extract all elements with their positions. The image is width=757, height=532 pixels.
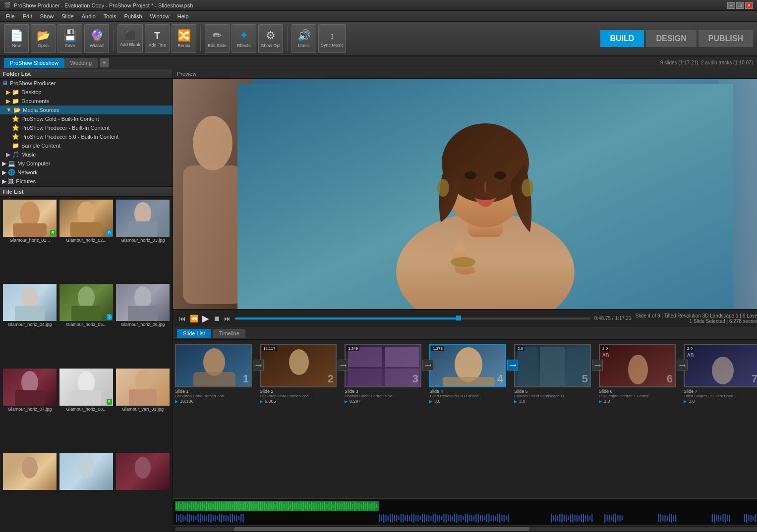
- svg-rect-111: [290, 504, 291, 508]
- folder-item-media-sources[interactable]: ▼ 📂 Media Sources: [0, 106, 173, 114]
- slide-item[interactable]: 1.278 4 ⟶ Slide 4 Tilted Revolution 3D L…: [429, 344, 511, 404]
- slide-item[interactable]: AB 2.0 6 ⟶ Slide 6 Full Length Portrait …: [599, 344, 681, 404]
- tab-timeline[interactable]: Timeline: [213, 329, 245, 338]
- progress-thumb[interactable]: [456, 316, 461, 320]
- slide-item[interactable]: 1.249 3 ⟶ Slide 3 Contact Sheet Portrait…: [345, 344, 426, 404]
- play-icon-small[interactable]: ▶: [260, 399, 263, 404]
- titlebar-controls[interactable]: − □ ✕: [727, 2, 753, 9]
- scrollbar-thumb[interactable]: [234, 527, 529, 531]
- publish-button[interactable]: PUBLISH: [699, 30, 753, 47]
- folder-item-desktop[interactable]: ▶ 📁 Desktop: [0, 88, 173, 97]
- slide-item[interactable]: 12.117 2 ⟶ Slide 2 Backdrop Dark Framed …: [260, 344, 342, 404]
- edit-slide-button[interactable]: ✏ Edit Slide: [205, 24, 230, 53]
- build-button[interactable]: BUILD: [600, 30, 644, 47]
- play-icon-small[interactable]: ▶: [345, 399, 348, 404]
- list-item[interactable]: Glamour_horiz_04.jpg: [2, 283, 58, 366]
- stop-button[interactable]: ⏹: [213, 315, 220, 322]
- folder-item-documents[interactable]: ▶ 📁 Documents: [0, 97, 173, 106]
- list-item[interactable]: [58, 452, 114, 530]
- skip-to-end-button[interactable]: ⏭: [224, 315, 231, 322]
- time-badge: 1.249: [347, 346, 359, 351]
- list-item[interactable]: 5 Glamour_horiz_08...: [58, 368, 114, 451]
- svg-rect-233: [484, 516, 485, 520]
- add-title-button[interactable]: T Add Title: [145, 24, 170, 53]
- file-name: Glamour_vert_01.jpg: [122, 407, 164, 412]
- slide-item[interactable]: 2.0 5 ⟶ Slide 5 Contact Sheet Landscape …: [514, 344, 596, 404]
- tab-slide-list[interactable]: Slide List: [177, 329, 211, 338]
- menu-help[interactable]: Help: [174, 12, 193, 20]
- slide-item[interactable]: AB 2.0 7 Slide 7 Tilted Singles 3D Dark …: [684, 344, 757, 404]
- music-button[interactable]: 🔊 Music: [291, 24, 316, 53]
- step-back-button[interactable]: ⏪: [190, 315, 198, 322]
- menu-publish[interactable]: Publish: [120, 12, 146, 20]
- folder-item-network[interactable]: ▶ 🌐 Network: [0, 168, 173, 177]
- slide-item[interactable]: 1 ⟶ Slide 1 Backdrop Dark Framed Zoo... …: [175, 344, 257, 404]
- list-item[interactable]: Glamour_horiz_07.jpg: [2, 368, 58, 451]
- pictures-icon: ▶ 🖼: [2, 178, 14, 185]
- svg-rect-169: [213, 515, 214, 521]
- list-item[interactable]: [2, 452, 58, 530]
- maximize-button[interactable]: □: [736, 2, 744, 9]
- time-badge: 2.0: [686, 346, 694, 351]
- list-item[interactable]: Glamour_vert_01.jpg: [115, 368, 171, 451]
- wizard-label: Wizard: [90, 43, 104, 48]
- svg-rect-90: [245, 502, 246, 510]
- svg-rect-163: [200, 514, 201, 523]
- open-button[interactable]: 📂 Open: [31, 24, 56, 53]
- folder-item-proshow-gold[interactable]: ⭐ ProShow Gold - Built-In Content: [0, 114, 173, 123]
- svg-rect-250: [562, 514, 563, 523]
- folder-item-music[interactable]: ▶ 🎵 Music: [0, 150, 173, 159]
- effects-button[interactable]: ✦ Effects: [232, 24, 256, 53]
- tab-wedding[interactable]: Wedding: [64, 58, 98, 68]
- add-blank-button[interactable]: ⬛ Add Blank: [117, 24, 143, 53]
- folder-item-proshow-50[interactable]: ⭐ ProShow Producer 5.0 - Built-In Conten…: [0, 132, 173, 141]
- svg-rect-203: [420, 516, 421, 520]
- list-item[interactable]: [115, 452, 171, 530]
- folder-item-proshow-producer[interactable]: 🖥 ProShow Producer: [0, 79, 173, 88]
- play-icon-small[interactable]: ▶: [599, 399, 602, 404]
- play-icon-small[interactable]: ▶: [514, 399, 517, 404]
- skip-to-start-button[interactable]: ⏮: [179, 315, 186, 322]
- play-icon-small[interactable]: ▶: [429, 399, 432, 404]
- svg-rect-89: [242, 503, 243, 510]
- folder-item-my-computer[interactable]: ▶ 💻 My Computer: [0, 159, 173, 168]
- list-item[interactable]: 3 Glamour_horiz_05...: [58, 283, 114, 366]
- tab-proshow-slideshow[interactable]: ProShow Slideshow: [4, 58, 64, 68]
- folder-list-header: Folder List: [0, 69, 173, 79]
- svg-rect-182: [240, 514, 241, 522]
- folder-item-pictures[interactable]: ▶ 🖼 Pictures: [0, 177, 173, 186]
- save-button[interactable]: 💾 Save: [58, 24, 82, 53]
- close-button[interactable]: ✕: [745, 2, 753, 9]
- menu-edit[interactable]: Edit: [19, 12, 36, 20]
- new-button[interactable]: 📄 New: [4, 24, 29, 53]
- slide-thumbnail: 1.278 4: [429, 344, 506, 387]
- list-item[interactable]: Glamour_horiz_03.jpg: [115, 199, 171, 282]
- minimize-button[interactable]: −: [727, 2, 735, 9]
- menu-tools[interactable]: Tools: [100, 12, 120, 20]
- remix-button[interactable]: 🔀 Remix: [172, 24, 196, 53]
- slide-label: Slide 3: [345, 389, 426, 394]
- menu-slide[interactable]: Slide: [58, 12, 77, 20]
- list-item[interactable]: Glamour_horiz_06.jpg: [115, 283, 171, 366]
- play-icon-small[interactable]: ▶: [175, 399, 178, 404]
- add-tab-button[interactable]: +: [100, 58, 109, 67]
- folder-item-proshow-producer-content[interactable]: ⭐ ProShow Producer - Built-In Content: [0, 123, 173, 132]
- menu-audio[interactable]: Audio: [78, 12, 100, 20]
- menu-window[interactable]: Window: [146, 12, 174, 20]
- play-button[interactable]: ▶: [202, 313, 209, 324]
- design-button[interactable]: DESIGN: [646, 30, 696, 47]
- preview-canvas[interactable]: [173, 79, 757, 309]
- folder-item-sample-content[interactable]: 📁 Sample Content: [0, 141, 173, 150]
- play-icon-small[interactable]: ▶: [684, 399, 687, 404]
- list-item[interactable]: 9 Glamour_horiz_02...: [58, 199, 114, 282]
- menu-file[interactable]: File: [2, 12, 19, 20]
- sync-music-button[interactable]: ↕ Sync Music: [318, 24, 346, 53]
- progress-bar[interactable]: [235, 318, 590, 319]
- svg-rect-278: [667, 516, 668, 521]
- list-item[interactable]: 5 Glamour_horiz_01...: [2, 199, 58, 282]
- svg-point-31: [437, 179, 449, 197]
- show-opt-button[interactable]: ⚙ Show Opt: [258, 24, 283, 53]
- wizard-button[interactable]: 🔮 Wizard: [84, 24, 109, 53]
- horizontal-scrollbar[interactable]: [173, 525, 757, 532]
- menu-show[interactable]: Show: [36, 12, 58, 20]
